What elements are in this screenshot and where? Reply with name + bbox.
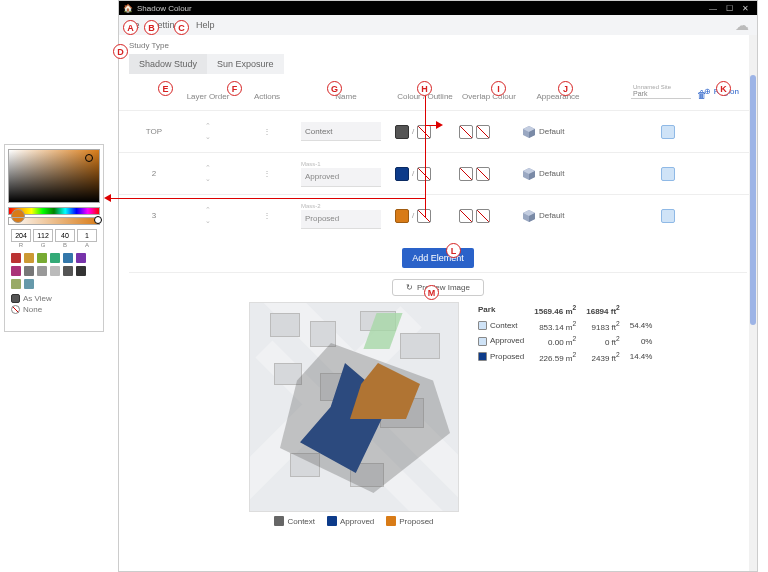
name-prefix: Mass-2 (301, 203, 391, 209)
preview-image (249, 302, 459, 512)
picker-swatch[interactable] (63, 266, 73, 276)
reorder-arrows[interactable]: ⌃⌄ (183, 206, 233, 225)
picker-swatch[interactable] (37, 266, 47, 276)
picker-r-label: R (11, 242, 31, 248)
picker-swatch[interactable] (11, 266, 21, 276)
chevron-down-icon[interactable]: ⌄ (205, 217, 211, 225)
picker-alpha-slider[interactable] (8, 217, 100, 225)
row-actions-menu[interactable]: ⋮ (237, 127, 297, 136)
picker-swatch[interactable] (63, 253, 73, 263)
annotation-line (108, 198, 426, 199)
chevron-up-icon[interactable]: ⌃ (205, 122, 211, 130)
tab-shadow-study[interactable]: Shadow Study (129, 54, 207, 74)
name-prefix: Mass-1 (301, 161, 391, 167)
colour-swatch[interactable] (395, 167, 409, 181)
add-element-button[interactable]: Add Element (402, 248, 474, 268)
appearance-value[interactable]: Default (539, 127, 564, 136)
scrollbar[interactable] (749, 35, 757, 571)
annotation-C: C (174, 20, 189, 35)
legend-swatch (386, 516, 396, 526)
row-actions-menu[interactable]: ⋮ (237, 211, 297, 220)
colour-swatch[interactable] (395, 209, 409, 223)
minimize-button[interactable]: — (705, 4, 721, 13)
overlap-colour-swatch[interactable] (459, 125, 473, 139)
picker-swatch[interactable] (11, 253, 21, 263)
col-layer-order: Layer Order (183, 92, 233, 101)
picker-swatch[interactable] (76, 266, 86, 276)
picker-cursor[interactable] (85, 154, 93, 162)
overlap-outline-swatch[interactable] (476, 209, 490, 223)
appearance-value[interactable]: Default (539, 211, 564, 220)
annotation-J: J (558, 81, 573, 96)
reorder-arrows[interactable]: ⌃⌄ (183, 122, 233, 141)
overlap-outline-swatch[interactable] (476, 125, 490, 139)
picker-alpha-handle[interactable] (94, 216, 102, 224)
cloud-icon[interactable]: ☁ (735, 17, 749, 33)
close-button[interactable]: ✕ (737, 4, 753, 13)
annotation-A: A (123, 20, 138, 35)
refresh-icon: ↻ (406, 283, 413, 292)
picker-b-input[interactable] (55, 229, 75, 242)
picker-swatch[interactable] (24, 279, 34, 289)
maximize-button[interactable]: ☐ (721, 4, 737, 13)
appearance-value[interactable]: Default (539, 169, 564, 178)
picker-r-input[interactable] (11, 229, 31, 242)
stats-panel: Park 1569.46 m2 16894 ft2 Context 853.14… (473, 302, 657, 526)
overlap-colour-swatch[interactable] (459, 167, 473, 181)
picker-swatch[interactable] (76, 253, 86, 263)
picker-a-label: A (77, 242, 97, 248)
reorder-arrows[interactable]: ⌃⌄ (183, 164, 233, 183)
overlap-colour-swatch[interactable] (459, 209, 473, 223)
picker-swatch[interactable] (50, 266, 60, 276)
picker-swatch[interactable] (24, 266, 34, 276)
overlap-outline-swatch[interactable] (476, 167, 490, 181)
legend-item: Proposed (386, 516, 433, 526)
preview-legend: ContextApprovedProposed (249, 516, 459, 526)
chevron-up-icon[interactable]: ⌃ (205, 206, 211, 214)
layer-row: 3 ⌃⌄ ⋮ Mass-2 / Default (119, 194, 757, 236)
cube-icon (523, 210, 535, 222)
picker-a-input[interactable] (77, 229, 97, 242)
window-title: Shadow Colour (137, 4, 192, 13)
row-order: 3 (129, 211, 179, 220)
row-order: 2 (129, 169, 179, 178)
site-name-field[interactable]: Unnamed Site Park (631, 83, 691, 99)
menubar: File Settings Help ☁ (119, 15, 757, 35)
colour-swatch[interactable] (395, 125, 409, 139)
picker-swatch[interactable] (50, 253, 60, 263)
chevron-up-icon[interactable]: ⌃ (205, 164, 211, 172)
picker-g-input[interactable] (33, 229, 53, 242)
cube-icon (11, 294, 20, 303)
annotation-arrowhead (436, 121, 443, 129)
region-swatch[interactable] (661, 209, 675, 223)
tab-sun-exposure[interactable]: Sun Exposure (207, 54, 284, 74)
stats-row: Context 853.14 m2 9183 ft2 54.4% (473, 318, 657, 334)
layer-name-input[interactable] (301, 122, 381, 141)
picker-saturation-box[interactable] (8, 149, 100, 203)
layer-name-input[interactable] (301, 168, 381, 187)
annotation-B: B (144, 20, 159, 35)
picker-swatch[interactable] (24, 253, 34, 263)
stats-swatch (478, 337, 487, 346)
picker-g-label: G (33, 242, 53, 248)
color-picker-panel[interactable]: R G B A As View None (4, 144, 104, 332)
region-swatch[interactable] (661, 125, 675, 139)
chevron-down-icon[interactable]: ⌄ (205, 133, 211, 141)
scrollbar-thumb[interactable] (750, 75, 756, 325)
layer-name-input[interactable] (301, 210, 381, 229)
stats-title: Park (473, 302, 529, 318)
picker-swatch[interactable] (11, 279, 21, 289)
region-swatch[interactable] (661, 167, 675, 181)
cube-icon (523, 168, 535, 180)
chevron-down-icon[interactable]: ⌄ (205, 175, 211, 183)
legend-item: Approved (327, 516, 374, 526)
picker-as-view[interactable]: As View (5, 294, 103, 303)
picker-swatch[interactable] (37, 253, 47, 263)
picker-swatch-grid (5, 248, 103, 294)
col-appearance: Appearance (523, 92, 593, 101)
row-actions-menu[interactable]: ⋮ (237, 169, 297, 178)
menu-help[interactable]: Help (196, 20, 215, 30)
col-actions: Actions (237, 92, 297, 101)
annotation-I: I (491, 81, 506, 96)
picker-none[interactable]: None (5, 303, 103, 316)
